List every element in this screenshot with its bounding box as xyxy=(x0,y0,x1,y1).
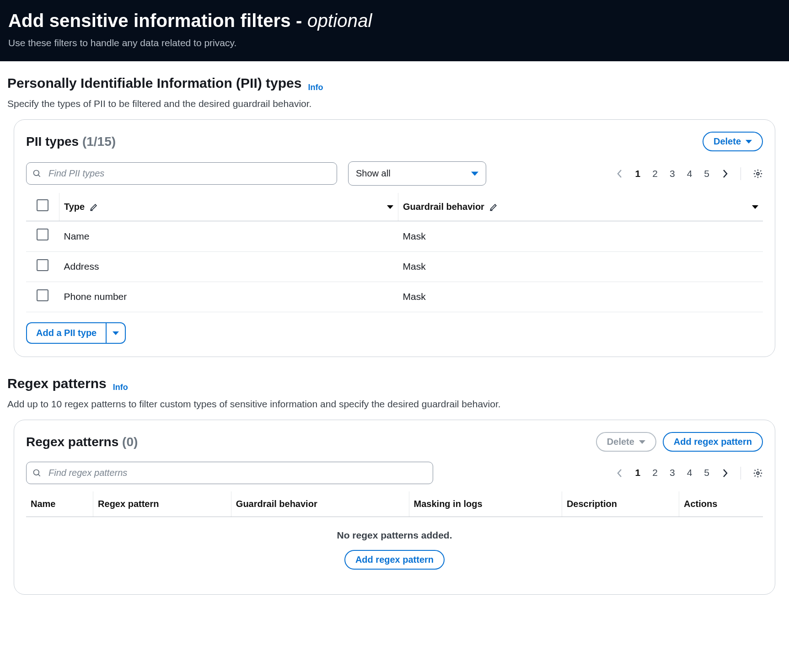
pager-page[interactable]: 3 xyxy=(670,466,675,479)
regex-info-link[interactable]: Info xyxy=(113,382,128,393)
row-checkbox[interactable] xyxy=(37,289,48,301)
pager-page[interactable]: 3 xyxy=(670,167,675,180)
add-pii-type-dropdown[interactable] xyxy=(106,322,126,344)
pii-filter-value: Show all xyxy=(349,162,486,185)
svg-point-2 xyxy=(757,172,759,175)
pii-section-title: Personally Identifiable Information (PII… xyxy=(7,74,301,93)
pii-delete-button[interactable]: Delete xyxy=(703,132,763,151)
regex-count: (0) xyxy=(122,435,138,449)
svg-line-6 xyxy=(38,474,40,476)
sort-icon xyxy=(752,205,758,209)
col-behavior-header[interactable]: Guardrail behavior xyxy=(398,193,763,221)
pager-prev[interactable] xyxy=(616,168,623,179)
pager-next[interactable] xyxy=(721,168,729,179)
regex-empty-message: No regex patterns added. xyxy=(31,529,758,542)
gear-icon[interactable] xyxy=(753,468,763,478)
add-regex-pattern-button[interactable]: Add regex pattern xyxy=(663,432,763,452)
regex-section-desc: Add up to 10 regex patterns to filter cu… xyxy=(7,398,782,411)
col-type-header[interactable]: Type xyxy=(59,193,398,221)
cell-behavior: Mask xyxy=(398,251,763,282)
regex-pager: 1 2 3 4 5 xyxy=(616,466,763,479)
page-title: Add sensitive information filters - opti… xyxy=(8,8,781,33)
edit-icon xyxy=(489,203,498,212)
page-title-optional: optional xyxy=(307,11,372,31)
row-checkbox[interactable] xyxy=(37,259,48,271)
sort-icon xyxy=(387,205,393,209)
select-all-checkbox[interactable] xyxy=(37,199,48,211)
pii-count: (1/15) xyxy=(82,134,116,149)
svg-line-1 xyxy=(38,175,40,176)
cell-type: Name xyxy=(59,221,398,251)
pager-page[interactable]: 5 xyxy=(704,167,709,180)
pager-page[interactable]: 2 xyxy=(652,167,658,180)
caret-down-icon xyxy=(746,140,752,144)
regex-search xyxy=(26,462,433,484)
pager-page[interactable]: 4 xyxy=(687,466,692,479)
pii-panel-title: PII types (1/15) xyxy=(26,133,116,150)
pager-page[interactable]: 1 xyxy=(635,167,641,180)
cell-behavior: Mask xyxy=(398,221,763,251)
select-all-header xyxy=(26,193,59,221)
col-desc-header[interactable]: Description xyxy=(562,491,679,517)
caret-down-icon xyxy=(471,171,478,176)
svg-point-7 xyxy=(757,472,759,475)
pii-filter-select[interactable]: Show all xyxy=(348,161,486,186)
regex-delete-button: Delete xyxy=(596,432,656,452)
edit-icon xyxy=(89,203,98,212)
regex-panel: Regex patterns (0) Delete Add regex patt… xyxy=(14,420,775,595)
add-regex-pattern-empty-button[interactable]: Add regex pattern xyxy=(344,550,445,570)
pager-next[interactable] xyxy=(721,468,729,479)
caret-down-icon xyxy=(113,331,119,335)
table-header-row: Name Regex pattern Guardrail behavior Ma… xyxy=(26,491,763,517)
page-subtitle: Use these filters to handle any data rel… xyxy=(8,37,781,49)
svg-point-0 xyxy=(34,170,39,176)
pii-pager: 1 2 3 4 5 xyxy=(616,167,763,180)
row-checkbox[interactable] xyxy=(37,229,48,240)
cell-behavior: Mask xyxy=(398,282,763,312)
regex-section: Regex patterns Info Add up to 10 regex p… xyxy=(0,362,789,599)
pii-section: Personally Identifiable Information (PII… xyxy=(0,61,789,362)
regex-section-title: Regex patterns xyxy=(7,374,107,393)
svg-point-5 xyxy=(34,469,39,475)
regex-panel-title: Regex patterns (0) xyxy=(26,433,138,451)
pager-page[interactable]: 2 xyxy=(652,466,658,479)
table-row: Name Mask xyxy=(26,221,763,251)
empty-row: No regex patterns added. Add regex patte… xyxy=(26,517,763,582)
col-name-header[interactable]: Name xyxy=(26,491,93,517)
col-behavior-header[interactable]: Guardrail behavior xyxy=(231,491,409,517)
pii-panel: PII types (1/15) Delete Show all xyxy=(14,119,775,357)
add-pii-type-button[interactable]: Add a PII type xyxy=(26,322,106,344)
pager-page[interactable]: 4 xyxy=(687,167,692,180)
col-masking-header[interactable]: Masking in logs xyxy=(409,491,562,517)
page-header: Add sensitive information filters - opti… xyxy=(0,0,789,61)
pii-table: Type Guardrail behavior xyxy=(26,193,763,312)
pii-section-desc: Specify the types of PII to be filtered … xyxy=(7,97,782,110)
pager-page[interactable]: 5 xyxy=(704,466,709,479)
pager-page[interactable]: 1 xyxy=(635,466,641,479)
pager-prev[interactable] xyxy=(616,468,623,479)
search-icon xyxy=(32,169,42,178)
regex-table: Name Regex pattern Guardrail behavior Ma… xyxy=(26,491,763,581)
regex-search-input[interactable] xyxy=(26,462,433,484)
table-header-row: Type Guardrail behavior xyxy=(26,193,763,221)
pii-info-link[interactable]: Info xyxy=(308,82,323,93)
pii-search xyxy=(26,162,337,185)
caret-down-icon xyxy=(639,440,645,444)
page-title-main: Add sensitive information filters - xyxy=(8,11,307,31)
cell-type: Phone number xyxy=(59,282,398,312)
table-row: Address Mask xyxy=(26,251,763,282)
cell-type: Address xyxy=(59,251,398,282)
add-pii-type-split-button: Add a PII type xyxy=(26,322,126,344)
pii-search-input[interactable] xyxy=(26,162,337,185)
table-row: Phone number Mask xyxy=(26,282,763,312)
gear-icon[interactable] xyxy=(753,169,763,179)
col-pattern-header[interactable]: Regex pattern xyxy=(93,491,231,517)
search-icon xyxy=(32,469,42,478)
col-actions-header[interactable]: Actions xyxy=(679,491,763,517)
